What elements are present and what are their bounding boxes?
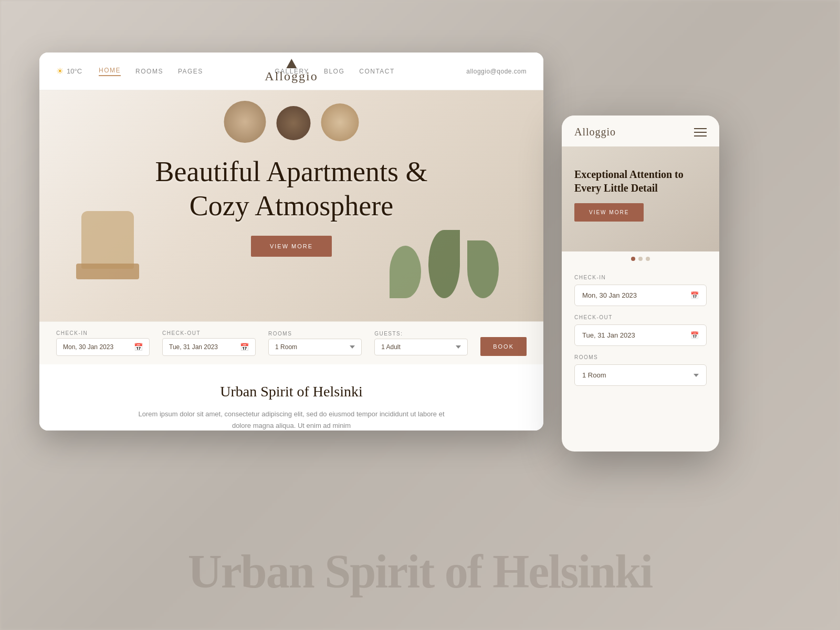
guests-label: GUESTS: bbox=[374, 331, 468, 337]
logo-container: Alloggio bbox=[265, 59, 318, 83]
mobile-checkin-input[interactable]: Mon, 30 Jan 2023 📅 bbox=[574, 285, 707, 306]
sun-icon: ☀ bbox=[56, 66, 64, 76]
mobile-mockup: Alloggio Exceptional Attention to Every … bbox=[562, 116, 719, 452]
guests-field: GUESTS: 1 Adult bbox=[374, 331, 468, 355]
mobile-hero-content: Exceptional Attention to Every Little De… bbox=[562, 146, 719, 232]
mobile-view-btn[interactable]: VIEW MORE bbox=[574, 203, 644, 222]
mobile-checkout-value: Tue, 31 Jan 2023 bbox=[582, 331, 635, 339]
mobile-checkout-field: CHECK-OUT Tue, 31 Jan 2023 📅 bbox=[574, 314, 707, 346]
mobile-navbar: Alloggio bbox=[562, 116, 719, 146]
chevron-down-icon-2 bbox=[456, 345, 461, 349]
hero-chair-decor bbox=[71, 206, 144, 290]
mobile-rooms-label: ROOMS bbox=[574, 354, 707, 360]
hero-section: Beautiful Apartments & Cozy Atmosphere V… bbox=[39, 90, 543, 321]
checkout-label: CHECK-OUT bbox=[162, 330, 256, 336]
plant-leaf-3 bbox=[467, 240, 499, 298]
carousel-dots bbox=[562, 251, 719, 266]
mobile-cal-icon-1: 📅 bbox=[690, 291, 699, 299]
dot-2[interactable] bbox=[638, 257, 643, 261]
decor-circle-1 bbox=[224, 101, 266, 143]
checkin-field: CHECK-IN Mon, 30 Jan 2023 📅 bbox=[56, 330, 150, 356]
mobile-rooms-value: 1 Room bbox=[582, 371, 606, 379]
dot-3[interactable] bbox=[646, 257, 650, 261]
mobile-rooms-select[interactable]: 1 Room bbox=[574, 364, 707, 386]
hamburger-line-3 bbox=[694, 135, 707, 136]
checkout-input[interactable]: Tue, 31 Jan 2023 📅 bbox=[162, 338, 256, 356]
weather-temp: 10°C bbox=[67, 67, 82, 75]
checkout-field: CHECK-OUT Tue, 31 Jan 2023 📅 bbox=[162, 330, 256, 356]
weather-info: ☀ 10°C bbox=[56, 66, 82, 76]
decor-circle-2 bbox=[277, 106, 311, 140]
rooms-select[interactable]: 1 Room bbox=[268, 339, 362, 355]
hero-content: Beautiful Apartments & Cozy Atmosphere V… bbox=[155, 155, 428, 257]
hero-decor-circles bbox=[224, 101, 359, 143]
mobile-rooms-field: ROOMS 1 Room bbox=[574, 354, 707, 386]
nav-contact[interactable]: CONTACT bbox=[359, 68, 395, 75]
nav-blog[interactable]: BLOG bbox=[324, 68, 344, 75]
decor-circle-3 bbox=[321, 103, 359, 141]
mobile-checkout-input[interactable]: Tue, 31 Jan 2023 📅 bbox=[574, 324, 707, 346]
hamburger-line-2 bbox=[694, 132, 707, 133]
hamburger-menu[interactable] bbox=[694, 128, 707, 136]
rooms-value: 1 Room bbox=[275, 343, 297, 351]
checkin-input[interactable]: Mon, 30 Jan 2023 📅 bbox=[56, 338, 150, 356]
hero-title-line1: Beautiful Apartments & bbox=[155, 156, 428, 187]
checkin-label: CHECK-IN bbox=[56, 330, 150, 336]
desktop-mockup: ☀ 10°C HOME ROOMS PAGES Alloggio GALLERY… bbox=[39, 52, 543, 430]
chevron-down-icon bbox=[350, 345, 355, 349]
book-button[interactable]: BOOK bbox=[480, 337, 527, 356]
calendar-icon: 📅 bbox=[134, 343, 143, 351]
guests-value: 1 Adult bbox=[381, 343, 401, 351]
content-title: Urban Spirit of Helsinki bbox=[56, 383, 527, 400]
mobile-hero-title: Exceptional Attention to Every Little De… bbox=[574, 167, 707, 195]
nav-email: alloggio@qode.com bbox=[466, 68, 527, 75]
nav-pages[interactable]: PAGES bbox=[178, 68, 203, 75]
guests-select[interactable]: 1 Adult bbox=[374, 339, 468, 355]
chair-seat bbox=[76, 264, 139, 279]
mobile-checkout-label: CHECK-OUT bbox=[574, 314, 707, 320]
chair-back bbox=[81, 211, 134, 269]
background-text: Urban Spirit of Helsinki bbox=[0, 544, 840, 598]
plant-leaf-2 bbox=[428, 230, 460, 298]
mobile-logo[interactable]: Alloggio bbox=[574, 126, 616, 138]
nav-rooms[interactable]: ROOMS bbox=[135, 68, 163, 75]
mobile-checkin-value: Mon, 30 Jan 2023 bbox=[582, 291, 637, 299]
mobile-checkin-label: CHECK-IN bbox=[574, 275, 707, 280]
logo-text[interactable]: Alloggio bbox=[265, 69, 318, 83]
mobile-chevron-icon bbox=[694, 374, 699, 377]
checkin-value: Mon, 30 Jan 2023 bbox=[63, 343, 113, 351]
calendar-icon-2: 📅 bbox=[240, 343, 249, 351]
nav-links: HOME ROOMS PAGES bbox=[99, 67, 203, 76]
checkout-value: Tue, 31 Jan 2023 bbox=[169, 343, 218, 351]
rooms-field: ROOMS 1 Room bbox=[268, 331, 362, 355]
mobile-cal-icon-2: 📅 bbox=[690, 331, 699, 339]
booking-bar: CHECK-IN Mon, 30 Jan 2023 📅 CHECK-OUT Tu… bbox=[39, 321, 543, 364]
nav-left: ☀ 10°C HOME ROOMS PAGES bbox=[56, 66, 203, 76]
logo-triangle-icon bbox=[286, 59, 297, 68]
hero-title-line2: Cozy Atmosphere bbox=[190, 190, 393, 222]
rooms-label: ROOMS bbox=[268, 331, 362, 337]
content-section: Urban Spirit of Helsinki Lorem ipsum dol… bbox=[39, 364, 543, 430]
mobile-checkin-field: CHECK-IN Mon, 30 Jan 2023 📅 bbox=[574, 275, 707, 306]
mobile-hero: Exceptional Attention to Every Little De… bbox=[562, 146, 719, 251]
nav-home[interactable]: HOME bbox=[99, 67, 121, 76]
hero-cta-button[interactable]: VIEW MORE bbox=[251, 236, 332, 257]
desktop-navbar: ☀ 10°C HOME ROOMS PAGES Alloggio GALLERY… bbox=[39, 52, 543, 90]
dot-1[interactable] bbox=[631, 257, 635, 261]
hero-title: Beautiful Apartments & Cozy Atmosphere bbox=[155, 155, 428, 223]
content-text: Lorem ipsum dolor sit amet, consectetur … bbox=[134, 408, 449, 430]
hamburger-line-1 bbox=[694, 128, 707, 129]
mobile-booking: CHECK-IN Mon, 30 Jan 2023 📅 CHECK-OUT Tu… bbox=[562, 266, 719, 403]
